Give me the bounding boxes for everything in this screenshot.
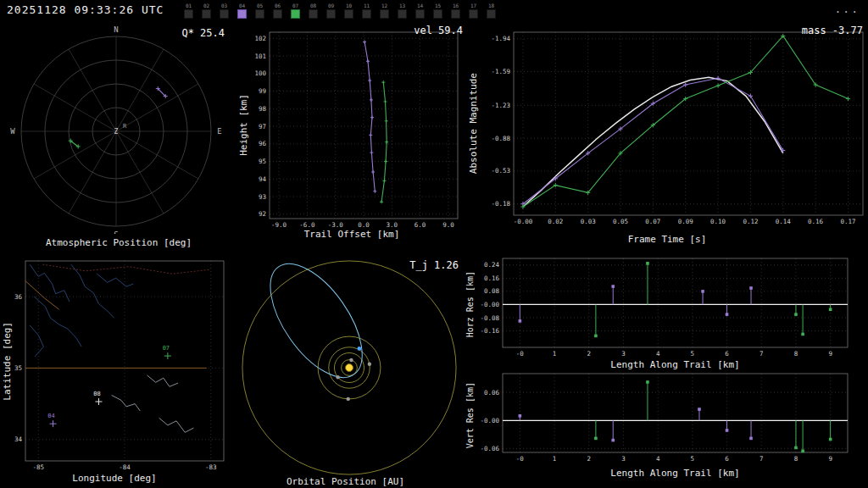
- station-toggle-label: 05: [251, 3, 269, 8]
- svg-text:-0.16: -0.16: [480, 327, 499, 335]
- ground-map-plot: -85-84-83343536040708: [0, 251, 229, 473]
- svg-text:97: 97: [259, 123, 266, 130]
- station-toggle-label: 07: [287, 3, 304, 8]
- svg-text:S: S: [114, 230, 118, 234]
- svg-text:0.24: 0.24: [484, 261, 500, 269]
- station-toggle-09[interactable]: 09: [322, 3, 340, 19]
- planet-venus: [336, 375, 339, 379]
- svg-text:4: 4: [656, 350, 660, 358]
- residual-marker: [726, 429, 729, 432]
- station-toggle-label: 06: [269, 3, 287, 8]
- map-feature-river: [30, 325, 43, 357]
- station-toggle-06[interactable]: 06: [269, 3, 287, 19]
- svg-text:35: 35: [14, 364, 22, 372]
- station-toggle-box[interactable]: [344, 9, 353, 19]
- map-station-label-08: 08: [93, 391, 100, 397]
- horz-length-xlabel: Length Along Trail [km]: [503, 359, 848, 370]
- station-toggle-box[interactable]: [487, 9, 496, 19]
- svg-text:-6.0: -6.0: [299, 221, 315, 229]
- svg-text:-1.94: -1.94: [491, 35, 510, 42]
- svg-text:R: R: [123, 123, 127, 130]
- station-toggle-label: 10: [340, 3, 358, 8]
- station-toggle-box[interactable]: [309, 9, 318, 19]
- station-toggle-15[interactable]: 15: [429, 3, 447, 19]
- station-toggle-box[interactable]: [326, 9, 336, 19]
- residual-marker: [794, 313, 798, 316]
- map-feature-border: [25, 281, 59, 310]
- map-station-label-07: 07: [163, 345, 170, 352]
- station-toggle-box[interactable]: [469, 9, 478, 19]
- map-feature-river: [71, 264, 114, 318]
- station-toggle-02[interactable]: 02: [198, 3, 215, 19]
- station-toggle-box[interactable]: [451, 9, 460, 19]
- meteoroid-marker: [357, 347, 361, 351]
- svg-text:6: 6: [725, 455, 729, 463]
- station-toggle-03[interactable]: 03: [215, 3, 233, 19]
- trail-offset-plot: -9.0-6.0-3.00.03.06.09.09293949596979899…: [237, 20, 466, 251]
- station-toggle-label: 16: [447, 3, 465, 8]
- station-toggle-box[interactable]: [184, 9, 193, 19]
- svg-text:0.09: 0.09: [678, 218, 693, 225]
- longitude-xlabel: Longitude [deg]: [0, 473, 229, 484]
- station-toggle-label: 03: [215, 3, 233, 8]
- station-toggle-08[interactable]: 08: [304, 3, 322, 19]
- svg-text:1: 1: [553, 455, 557, 463]
- station-toggle-14[interactable]: 14: [411, 3, 429, 19]
- svg-text:-3.0: -3.0: [328, 221, 344, 229]
- overflow-menu-button[interactable]: ...: [835, 0, 860, 19]
- station-toggle-label: 01: [180, 3, 198, 8]
- svg-text:0.0: 0.0: [358, 221, 370, 229]
- svg-text:0.16: 0.16: [808, 218, 824, 225]
- svg-text:0.03: 0.03: [581, 218, 596, 225]
- station-toggle-17[interactable]: 17: [465, 3, 482, 19]
- station-toggle-05[interactable]: 05: [251, 3, 269, 19]
- station-toggle-12[interactable]: 12: [376, 3, 393, 19]
- station-toggle-16[interactable]: 16: [447, 3, 465, 19]
- orbital-position-panel: T_j 1.26 Orbital Position [AU]: [229, 251, 462, 488]
- svg-text:94: 94: [259, 175, 267, 183]
- svg-text:100: 100: [254, 69, 266, 77]
- svg-text:0.16: 0.16: [484, 274, 500, 282]
- svg-text:-1.23: -1.23: [491, 102, 510, 109]
- station-toggle-01[interactable]: 01: [180, 3, 198, 19]
- residual-marker: [801, 333, 804, 336]
- atmospheric-position-panel: NSEWZR Q* 25.4 Atmospheric Position [deg…: [0, 20, 237, 251]
- svg-text:99: 99: [259, 87, 266, 95]
- svg-text:6.0: 6.0: [415, 221, 426, 229]
- svg-text:93: 93: [259, 193, 266, 201]
- station-toggle-11[interactable]: 11: [358, 3, 376, 19]
- station-toggle-label: 08: [304, 3, 322, 8]
- trail-series-04: [364, 42, 375, 191]
- station-toggle-label: 13: [393, 3, 411, 8]
- map-feature-terrain: [112, 396, 141, 412]
- svg-text:-9.0: -9.0: [271, 221, 287, 229]
- topbar: 20251128 09:33:26 UTC 010203040506070809…: [0, 0, 868, 20]
- station-toggle-13[interactable]: 13: [393, 3, 411, 19]
- map-feature-terrain: [159, 418, 194, 432]
- svg-text:4: 4: [656, 455, 660, 463]
- svg-text:0.12: 0.12: [743, 218, 758, 225]
- station-toggle-04[interactable]: 04: [233, 3, 251, 19]
- residual-marker: [594, 335, 598, 338]
- station-toggle-box[interactable]: [380, 9, 389, 19]
- station-toggle-box[interactable]: [202, 9, 211, 19]
- station-toggle-label: 18: [482, 3, 500, 8]
- svg-text:-1.59: -1.59: [491, 68, 510, 75]
- station-toggle-box[interactable]: [362, 9, 371, 19]
- station-toggle-box[interactable]: [220, 9, 229, 19]
- mass-annotation: mass -3.77: [802, 25, 863, 36]
- svg-text:-0.53: -0.53: [491, 167, 510, 175]
- station-toggle-10[interactable]: 10: [340, 3, 358, 19]
- station-toggle-box[interactable]: [415, 9, 425, 19]
- station-toggle-07[interactable]: 07: [287, 3, 304, 19]
- station-toggle-box[interactable]: [255, 9, 264, 19]
- station-toggle-box[interactable]: [273, 9, 282, 19]
- height-ylabel: Height [km]: [238, 94, 249, 156]
- station-toggle-box[interactable]: [398, 9, 407, 19]
- station-toggle-box[interactable]: [237, 9, 247, 19]
- station-toggle-18[interactable]: 18: [482, 3, 500, 19]
- svg-text:0.07: 0.07: [645, 218, 660, 225]
- residual-marker: [829, 308, 832, 311]
- station-toggle-box[interactable]: [433, 9, 442, 19]
- station-toggle-box[interactable]: [291, 9, 300, 19]
